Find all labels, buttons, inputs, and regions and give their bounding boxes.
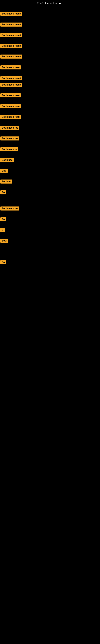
badge-2: Bottleneck result [0,22,22,26]
badge-14: Bottleneck re [0,147,18,151]
badge-9: Bottleneck resu [0,94,21,98]
badge-6: Bottleneck resu [0,66,21,70]
badge-22: Bottl [0,239,8,243]
badge-20: Bo [0,217,6,222]
badge-8: Bottleneck result [0,83,22,87]
badge-13: Bottleneck res [0,136,19,140]
badge-21: B [0,228,4,232]
badge-17: Bottlene [0,180,12,184]
badge-10: Bottleneck resu [0,104,21,108]
badge-15: Bottlenec [0,158,14,162]
badge-16: Bott [0,169,8,173]
badge-4: Bottleneck result [0,44,22,48]
badge-19: Bottleneck res [0,206,19,210]
badge-7: Bottleneck result [0,76,22,80]
badge-5: Bottleneck result [0,54,22,58]
badge-12: Bottleneck res [0,126,19,130]
badge-23: Bo [0,260,6,264]
badge-3: Bottleneck result [0,33,22,37]
badge-18: Bo [0,190,6,194]
badge-11: Bottleneck resu [0,115,21,119]
site-title: TheBottlenecker.com [37,2,63,5]
badge-1: Bottleneck result [0,12,22,16]
